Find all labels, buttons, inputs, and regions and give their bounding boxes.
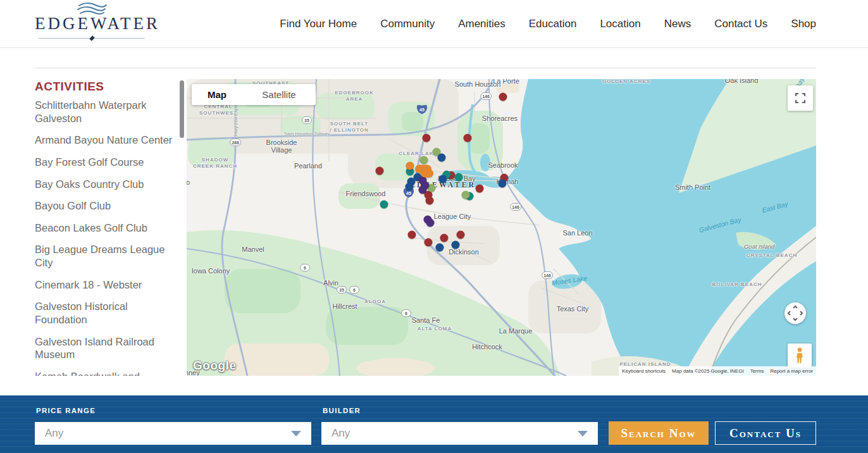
activity-item-bay-forest-golf-course[interactable]: Bay Forest Golf Course [35,156,175,169]
builder-label: BUILDER [323,407,361,414]
map-type-button-satellite[interactable]: Satellite [242,89,316,100]
map-terrain [187,79,816,376]
logo-waves-icon [77,2,107,15]
map-marker-red[interactable] [425,239,433,247]
main-nav: Find Your HomeCommunityAmenitiesEducatio… [280,0,816,48]
activities-heading: ACTIVITIES [35,80,175,94]
nav-education[interactable]: Education [529,18,577,30]
map-marker-red[interactable] [408,231,416,239]
map-marker-red[interactable] [426,197,434,205]
map-marker-red[interactable] [423,134,431,142]
activity-item-kemah-boardwalk-and-waterfront[interactable]: Kemah Boardwalk and Waterfront [35,370,175,376]
activity-item-cinemark-18-webster[interactable]: Cinemark 18 - Webster [35,278,175,292]
map-type-control: Map Satellite [192,84,316,105]
nav-find-your-home[interactable]: Find Your Home [280,18,357,30]
chevron-down-icon [291,431,301,437]
price-range-value: Any [45,427,63,440]
activity-item-galveston-historical-foundation[interactable]: Galveston Historical Foundation [35,300,175,326]
map-marker-red[interactable] [499,93,507,101]
content-divider [35,68,816,68]
sidebar-scrollbar[interactable] [180,80,184,138]
map-marker-blue[interactable] [439,175,447,183]
map-marker-blue[interactable] [452,241,460,249]
pan-control[interactable] [784,302,806,324]
activity-item-bayou-golf-club[interactable]: Bayou Golf Club [35,199,175,213]
search-bar: PRICE RANGE Any BUILDER Any Search Now C… [0,395,868,453]
map-marker-red[interactable] [376,167,384,175]
fullscreen-icon [795,93,805,103]
map-marker-teal[interactable] [455,173,463,182]
map-marker-olive[interactable] [420,156,428,164]
map-marker-red[interactable] [464,134,472,142]
attribution-keyboard-shortcuts[interactable]: Keyboard shortcuts [619,366,669,376]
nav-shop[interactable]: Shop [791,18,816,30]
map-marker-red[interactable] [476,185,484,193]
activity-item-bay-oaks-country-club[interactable]: Bay Oaks Country Club [35,178,175,191]
pegman-icon [795,347,804,364]
activity-item-beacon-lakes-golf-club[interactable]: Beacon Lakes Golf Club [35,221,175,235]
map-marker-orange[interactable] [421,170,433,178]
activity-item-galveston-island-railroad-museum[interactable]: Galveston Island Railroad Museum [35,335,175,361]
nav-news[interactable]: News [664,18,691,30]
activity-item-armand-bayou-nature-center[interactable]: Armand Bayou Nature Center [35,133,175,147]
logo-rule [39,38,145,39]
pan-arrows-icon [787,305,803,321]
logo[interactable]: EDGEWATER [35,1,149,43]
page: EDGEWATER Find Your HomeCommunityAmeniti… [0,0,868,453]
activity-item-big-league-dreams-league-city[interactable]: Big League Dreams League City [35,243,175,269]
price-range-select[interactable]: Any [35,422,311,445]
google-logo[interactable]: Google [193,359,236,373]
map-marker-blue[interactable] [406,183,414,191]
activities-sidebar: ACTIVITIES Schlitterbahn Waterpark Galve… [35,76,175,376]
attribution-map-data-2025-google-inegi: Map data ©2025 Google, INEGI [669,366,747,376]
map-marker-blue[interactable] [438,154,446,162]
chevron-down-icon [578,431,588,437]
logo-wordmark: EDGEWATER [35,14,149,34]
map-marker-teal[interactable] [380,201,388,209]
map-marker-purple[interactable] [419,186,427,194]
map-type-button-map[interactable]: Map [192,89,242,100]
map-marker-olive[interactable] [462,191,470,199]
map-marker-red[interactable] [440,234,449,242]
map-marker-orange[interactable] [406,162,414,170]
nav-location[interactable]: Location [600,18,640,30]
builder-select[interactable]: Any [321,422,598,445]
nav-amenities[interactable]: Amenities [458,18,505,30]
attribution-terms[interactable]: Terms [747,366,767,376]
activity-item-schlitterbahn-waterpark-galveston[interactable]: Schlitterbahn Waterpark Galveston [35,99,175,125]
map-marker-purple[interactable] [426,219,435,227]
price-range-label: PRICE RANGE [36,407,96,414]
nav-contact-us[interactable]: Contact Us [714,18,767,30]
map-canvas[interactable]: SOUTHEASTHOUSTONGOLDEN ACRESEDGEBROOKARE… [187,79,816,376]
search-now-button[interactable]: Search Now [609,421,709,445]
attribution-report-a-map-error[interactable]: Report a map error [767,366,816,376]
map-attribution: Keyboard shortcutsMap data ©2025 Google,… [619,366,816,376]
street-view-pegman[interactable] [788,344,812,368]
logo-diamond [89,35,94,40]
nav-community[interactable]: Community [380,18,435,30]
fullscreen-button[interactable] [788,85,813,111]
builder-value: Any [332,427,350,440]
map-marker-red[interactable] [457,231,465,239]
site-header: EDGEWATER Find Your HomeCommunityAmeniti… [0,0,868,48]
activities-list: Schlitterbahn Waterpark GalvestonArmand … [35,99,175,376]
contact-us-button[interactable]: Contact Us [715,421,816,445]
map-marker-blue[interactable] [436,244,444,252]
map-marker-blue[interactable] [499,180,507,188]
